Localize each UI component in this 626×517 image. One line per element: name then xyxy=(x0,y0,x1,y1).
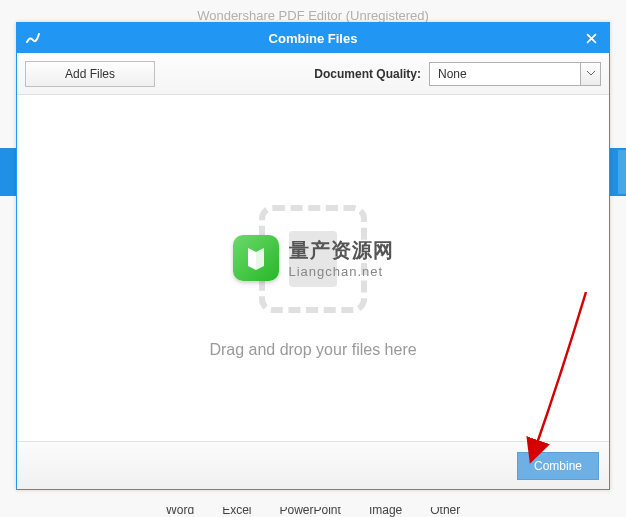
bg-tool-word: Word xyxy=(166,507,194,517)
add-files-button[interactable]: Add Files xyxy=(25,61,155,87)
bg-tool-other: Other xyxy=(430,507,460,517)
watermark-url: Liangchan.net xyxy=(289,264,394,279)
quality-dropdown[interactable]: None xyxy=(429,62,601,86)
bg-right-tab xyxy=(618,150,626,194)
dialog-title: Combine Files xyxy=(17,31,609,46)
combine-button[interactable]: Combine xyxy=(517,452,599,480)
quality-value: None xyxy=(430,63,580,85)
app-title: Wondershare PDF Editor (Unregistered) xyxy=(0,8,626,23)
combine-files-dialog: Combine Files Add Files Document Quality… xyxy=(16,22,610,490)
bg-tool-ppt: PowerPoint xyxy=(280,507,341,517)
close-button[interactable] xyxy=(573,23,609,53)
watermark: 量产资源网 Liangchan.net xyxy=(233,235,394,281)
watermark-text-cn: 量产资源网 xyxy=(289,237,394,264)
bg-toolbar: Word Excel PowerPoint Image Other xyxy=(0,507,626,517)
bg-tool-image: Image xyxy=(369,507,402,517)
dialog-toolbar: Add Files Document Quality: None xyxy=(17,53,609,95)
dialog-footer: Combine xyxy=(17,441,609,489)
dialog-titlebar: Combine Files xyxy=(17,23,609,53)
watermark-logo-icon xyxy=(233,235,279,281)
bg-tool-excel: Excel xyxy=(222,507,251,517)
drop-hint-text: Drag and drop your files here xyxy=(209,341,416,359)
quality-label: Document Quality: xyxy=(314,67,421,81)
chevron-down-icon xyxy=(587,71,595,76)
app-logo-icon xyxy=(23,28,43,48)
dropdown-arrow xyxy=(580,63,600,85)
drop-area[interactable]: 量产资源网 Liangchan.net Drag and drop your f… xyxy=(17,95,609,441)
close-icon xyxy=(586,33,597,44)
